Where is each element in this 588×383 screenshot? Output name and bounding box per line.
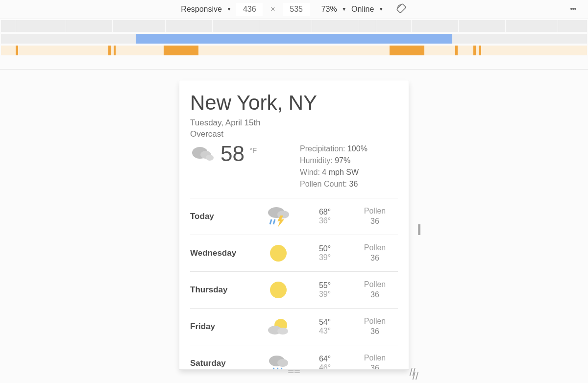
forecast-day: Today [190,212,254,221]
device-frame: New York, NY Tuesday, April 15th Overcas… [179,80,409,377]
precip-label: Precipitation: [300,144,345,153]
forecast-pollen: 36 [352,290,398,300]
zoom-select[interactable]: 73% ▼ [321,5,346,14]
partly-icon [266,316,291,337]
forecast-high: 54° [303,318,347,327]
current-temp: 58 [220,143,245,165]
device-select[interactable]: Responsive ▼ [181,5,231,14]
svg-point-5 [277,211,289,218]
network-select[interactable]: Online ▼ [351,5,384,14]
overcast-icon [190,143,216,164]
pollen-word: Pollen [352,280,398,290]
network-select-label: Online [351,5,374,13]
forecast-row: Friday54°43°Pollen36 [190,309,398,345]
pollen-word: Pollen [352,243,398,253]
forecast-high: 68° [303,208,347,216]
rendered-page[interactable]: New York, NY Tuesday, April 15th Overcas… [179,80,409,369]
zoom-select-label: 73% [321,5,337,13]
svg-line-18 [280,368,282,369]
kebab-icon [574,8,576,10]
viewport-height-input[interactable] [283,3,310,16]
ruler-tick [505,20,506,32]
resize-handle-right[interactable]: || [417,222,419,236]
forecast-high: 64° [303,355,347,363]
ruler-tick [458,20,459,32]
viewport-width-input[interactable] [236,3,263,16]
wind-label: Wind: [300,168,320,176]
forecast-list: Today68°36°Pollen36Wednesday50°39°Pollen… [190,198,398,369]
ruler-tick [165,20,166,32]
forecast-pollen: 36 [352,253,398,263]
precip-value: 100% [347,144,368,153]
ruler-tick [259,20,259,32]
media-query-mark[interactable] [473,46,476,55]
humidity-label: Humidity: [300,156,333,165]
ruler-tick [558,20,558,32]
media-query-mark[interactable] [390,46,424,55]
chevron-down-icon: ▼ [342,6,346,12]
media-query-mark[interactable] [114,46,116,55]
forecast-pollen: 36 [352,216,398,227]
forecast-low: 36° [303,216,347,225]
forecast-pollen: 36 [352,327,398,337]
forecast-high: 55° [303,281,347,290]
chevron-down-icon: ▼ [226,6,231,12]
svg-line-16 [272,368,274,369]
forecast-low: 39° [303,290,347,299]
forecast-day: Thursday [190,285,254,295]
location-title: New York, NY [190,91,398,115]
svg-rect-0 [396,3,406,13]
forecast-day: Saturday [190,359,254,368]
ruler-tick [212,20,213,32]
svg-point-13 [277,328,288,335]
rotate-button[interactable] [395,3,407,15]
pollen-word: Pollen [352,316,398,327]
media-query-mark[interactable] [16,46,18,55]
forecast-low: 46° [303,363,347,369]
media-query-mark[interactable] [164,46,198,55]
svg-point-3 [206,155,214,161]
wind-value: 4 mph SW [322,168,359,176]
ruler-tick [312,20,312,32]
showers-icon [266,352,291,369]
media-query-mark[interactable] [479,46,481,55]
sun-icon [268,279,289,301]
pollen-word: Pollen [352,206,398,216]
forecast-row: Thursday55°39°Pollen36 [190,272,398,309]
humidity-value: 97% [335,156,350,165]
media-query-mark[interactable] [108,46,111,55]
dimensions-separator: × [270,5,275,14]
forecast-row: Wednesday50°39°Pollen36 [190,235,398,272]
media-query-range[interactable] [136,34,452,44]
forecast-high: 50° [303,244,347,253]
media-query-mark[interactable] [455,46,458,55]
forecast-low: 43° [303,327,347,335]
svg-line-17 [276,368,278,369]
more-options-button[interactable] [567,3,579,15]
pollen-word: Pollen [352,353,398,363]
ruler-tick [359,20,359,32]
resize-handle-bottom[interactable]: == [288,365,300,378]
weather-details: Precipitation: 100% Humidity: 97% Wind: … [300,143,398,190]
width-ruler[interactable] [1,20,587,32]
svg-point-9 [270,245,287,262]
media-query-bar-max[interactable] [1,34,587,44]
resize-handle-corner[interactable]: // // [410,370,418,378]
temp-unit: °F [249,146,257,154]
ruler-tick [66,20,66,32]
ruler-tick [112,20,113,32]
condition-line: Overcast [190,129,398,140]
svg-point-10 [270,282,287,298]
pollen-value: 36 [349,180,358,188]
forecast-day: Wednesday [190,248,254,258]
storm-icon [266,205,291,228]
svg-line-7 [270,219,271,224]
sun-icon [268,242,289,264]
svg-point-15 [277,359,288,367]
forecast-day: Friday [190,322,254,332]
forecast-row: Today68°36°Pollen36 [190,198,398,235]
device-toolbar: Responsive ▼ × 73% ▼ Online ▼ [0,0,588,19]
media-query-bar-min[interactable] [1,46,587,55]
date-line: Tuesday, April 15th [190,118,398,129]
svg-line-8 [273,219,275,224]
